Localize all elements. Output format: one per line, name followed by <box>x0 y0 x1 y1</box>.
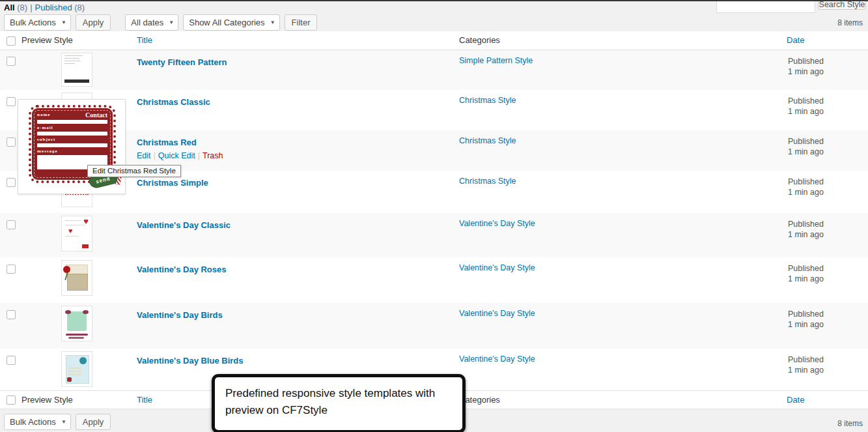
quick-edit-link[interactable]: Quick Edit <box>158 151 195 160</box>
filter-all-link[interactable]: All (8) <box>4 3 27 12</box>
row-date: 1 min ago <box>788 366 824 375</box>
row-date: 1 min ago <box>788 147 824 156</box>
style-title-link[interactable]: Twenty Fifteen Pattern <box>137 57 227 67</box>
table-row-christmas-classic: Christmas Classic Christmas Style Publis… <box>0 90 868 130</box>
category-link[interactable]: Simple Pattern Style <box>459 56 533 65</box>
column-header-title[interactable]: Title <box>137 35 152 45</box>
select-all-checkbox[interactable] <box>7 396 16 405</box>
row-checkbox[interactable] <box>7 57 16 66</box>
categories-filter-label: Show All Categories <box>189 18 264 27</box>
table-header-row: Preview Style Title Categories Date <box>0 31 868 50</box>
valentines-day-classic-thumbnail[interactable]: ♥♥ <box>61 216 92 252</box>
bulk-actions-select-bottom[interactable]: Bulk Actions▼ <box>4 414 71 430</box>
bulk-actions-select[interactable]: Bulk Actions▼ <box>4 14 71 31</box>
table-row-twenty-fifteen-pattern: Twenty Fifteen Pattern Simple Pattern St… <box>0 50 868 90</box>
column-header-date[interactable]: Date <box>787 35 804 45</box>
twenty-fifteen-pattern-thumbnail[interactable] <box>61 53 92 87</box>
heart-icon: ♥ <box>68 227 73 235</box>
edit-link-tooltip: Edit Christmas Red Style <box>87 165 181 177</box>
row-checkbox[interactable] <box>7 310 16 319</box>
row-checkbox[interactable] <box>7 265 16 274</box>
row-checkbox[interactable] <box>7 178 16 187</box>
row-actions: Edit|Quick Edit|Trash <box>137 151 456 160</box>
apply-button[interactable]: Apply <box>76 14 111 31</box>
column-footer-title[interactable]: Title <box>137 395 152 405</box>
row-status: Published <box>788 177 824 186</box>
row-date: 1 min ago <box>788 274 824 283</box>
form-field-label: name <box>37 112 50 117</box>
trash-link[interactable]: Trash <box>203 151 223 160</box>
column-header-categories: Categories <box>456 31 782 50</box>
items-count-bottom: 8 items <box>837 419 863 428</box>
categories-filter-select[interactable]: Show All Categories▼ <box>183 14 279 31</box>
table-row-valentines-day-classic: ♥♥ Valentine's Day Classic Valentine's D… <box>0 213 868 257</box>
items-count-top: 8 items <box>837 18 863 27</box>
category-link[interactable]: Christmas Style <box>459 136 516 145</box>
caret-down-icon: ▼ <box>61 419 66 425</box>
edit-link[interactable]: Edit <box>137 151 151 160</box>
row-status: Published <box>788 264 824 273</box>
category-link[interactable]: Valentine's Day Style <box>459 263 535 272</box>
category-link[interactable]: Christmas Style <box>459 177 516 186</box>
form-title: Contact <box>85 111 107 119</box>
filter-button[interactable]: Filter <box>285 14 318 31</box>
status-filter-links: All (8)|Published (8) <box>4 3 85 12</box>
row-checkbox[interactable] <box>7 220 16 229</box>
style-title-link[interactable]: Christmas Simple <box>137 178 208 188</box>
select-all-checkbox[interactable] <box>7 36 16 46</box>
form-field-label: message <box>37 149 107 154</box>
row-status: Published <box>788 310 824 319</box>
table-row-valentines-day-birds: Valentine's Day Birds Valentine's Day St… <box>0 303 868 349</box>
row-date: 1 min ago <box>788 230 824 239</box>
column-footer-date[interactable]: Date <box>787 395 804 405</box>
styles-list-table: Preview Style Title Categories Date Twen… <box>0 31 868 409</box>
row-status: Published <box>788 220 824 229</box>
caret-down-icon: ▼ <box>61 20 66 25</box>
row-date: 1 min ago <box>788 188 824 197</box>
bird-icon <box>79 357 87 364</box>
bird-icon <box>67 377 72 382</box>
published-count: (8) <box>74 3 85 12</box>
valentines-day-roses-thumbnail[interactable] <box>61 260 92 296</box>
row-status: Published <box>788 57 824 66</box>
dates-filter-select[interactable]: All dates▼ <box>125 14 178 31</box>
heart-icon: ♥ <box>83 216 89 226</box>
category-link[interactable]: Valentine's Day Style <box>459 309 535 318</box>
column-footer-categories: Categories <box>456 390 782 409</box>
apply-button-bottom[interactable]: Apply <box>76 414 111 430</box>
style-title-link[interactable]: Christmas Red <box>137 137 197 147</box>
style-title-link[interactable]: Valentine's Day Roses <box>137 265 227 274</box>
row-checkbox[interactable] <box>7 97 16 106</box>
annotation-callout: Predefined responsive style templates wi… <box>212 374 466 432</box>
style-title-link[interactable]: Valentine's Day Birds <box>137 310 223 320</box>
caret-down-icon: ▼ <box>270 20 275 25</box>
style-title-link[interactable]: Christmas Classic <box>137 97 210 107</box>
style-title-link[interactable]: Valentine's Day Classic <box>137 220 231 230</box>
row-checkbox[interactable] <box>7 356 16 365</box>
column-footer-preview: Preview Style <box>21 390 132 409</box>
valentines-day-blue-birds-thumbnail[interactable] <box>61 351 92 387</box>
bulk-actions-label: Bulk Actions <box>10 417 56 427</box>
column-header-preview: Preview Style <box>21 31 132 50</box>
action-separator: | <box>198 151 200 160</box>
row-date: 1 min ago <box>788 107 824 116</box>
row-status: Published <box>788 355 824 364</box>
category-link[interactable]: Valentine's Day Style <box>459 354 535 364</box>
caret-down-icon: ▼ <box>169 20 174 25</box>
bird-icon <box>65 310 71 314</box>
form-field-label: e-mail <box>37 125 107 130</box>
style-preview-popup: name Contact e-mail subject message send <box>18 99 126 194</box>
search-input[interactable] <box>716 0 815 13</box>
valentines-day-birds-thumbnail[interactable] <box>61 306 92 341</box>
row-checkbox[interactable] <box>7 137 16 147</box>
category-link[interactable]: Valentine's Day Style <box>459 219 535 228</box>
filter-separator: | <box>30 3 32 12</box>
style-title-link[interactable]: Valentine's Day Blue Birds <box>137 356 243 366</box>
filter-published-link[interactable]: Published (8) <box>35 3 85 12</box>
row-date: 1 min ago <box>788 67 824 76</box>
search-style-button[interactable]: Search Style <box>818 0 866 10</box>
category-link[interactable]: Christmas Style <box>459 96 516 105</box>
form-field-label: subject <box>37 137 107 142</box>
tablenav-bottom: Bulk Actions▼ Apply <box>4 414 111 430</box>
table-row-valentines-day-roses: Valentine's Day Roses Valentine's Day St… <box>0 257 868 303</box>
